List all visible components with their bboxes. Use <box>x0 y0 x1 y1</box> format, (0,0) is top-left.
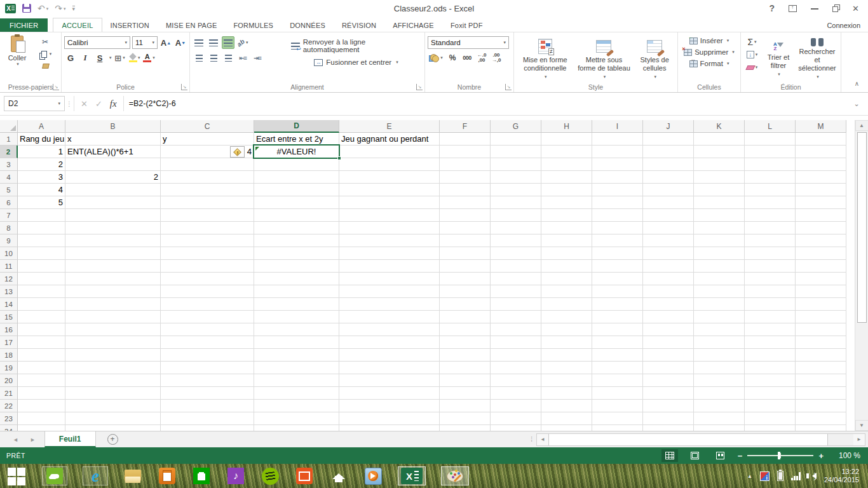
cell-D18[interactable] <box>254 349 339 362</box>
cell-D2[interactable]: #VALEUR! <box>254 146 339 158</box>
ribbon-display-options-icon[interactable] <box>789 5 797 12</box>
cell-J9[interactable] <box>643 234 694 247</box>
cell-K14[interactable] <box>694 298 745 311</box>
column-header-F[interactable]: F <box>440 120 491 133</box>
cell-I10[interactable] <box>592 247 643 260</box>
cell-E20[interactable] <box>339 374 440 387</box>
cell-J14[interactable] <box>643 298 694 311</box>
cell-G21[interactable] <box>491 387 541 400</box>
accounting-format-button[interactable]: ▾ <box>428 51 444 64</box>
cell-B8[interactable] <box>65 222 161 234</box>
cell-M3[interactable] <box>796 158 846 171</box>
cell-J11[interactable] <box>643 260 694 273</box>
cell-A3[interactable]: 2 <box>18 158 65 171</box>
collapse-ribbon-icon[interactable]: ∧ <box>855 80 859 87</box>
cell-M11[interactable] <box>796 260 846 273</box>
cell-H11[interactable] <box>541 260 592 273</box>
cell-F18[interactable] <box>440 349 491 362</box>
cell-C6[interactable] <box>161 196 254 209</box>
cell-A24[interactable] <box>18 425 65 431</box>
cell-L10[interactable] <box>745 247 796 260</box>
cell-I2[interactable] <box>592 146 643 158</box>
column-header-E[interactable]: E <box>339 120 440 133</box>
row-header-2[interactable]: 2 <box>0 146 18 158</box>
cell-B16[interactable] <box>65 323 161 336</box>
cell-J4[interactable] <box>643 171 694 184</box>
tab-accueil[interactable]: ACCUEIL <box>53 18 102 32</box>
cell-E19[interactable] <box>339 362 440 374</box>
cell-M7[interactable] <box>796 209 846 222</box>
cell-K3[interactable] <box>694 158 745 171</box>
row-header-24[interactable]: 24 <box>0 425 18 431</box>
cell-E12[interactable] <box>339 273 440 285</box>
cell-B19[interactable] <box>65 362 161 374</box>
number-format-select[interactable]: Standard▾ <box>428 36 509 49</box>
cell-A1[interactable]: Rang du jeu <box>18 133 65 146</box>
cell-K4[interactable] <box>694 171 745 184</box>
cell-L1[interactable] <box>745 133 796 146</box>
cell-B24[interactable] <box>65 425 161 431</box>
cell-F14[interactable] <box>440 298 491 311</box>
cell-J13[interactable] <box>643 285 694 298</box>
cell-K19[interactable] <box>694 362 745 374</box>
tab-affichage[interactable]: AFFICHAGE <box>384 18 442 32</box>
cell-D24[interactable] <box>254 425 339 431</box>
cell-A4[interactable]: 3 <box>18 171 65 184</box>
cell-J19[interactable] <box>643 362 694 374</box>
cell-B10[interactable] <box>65 247 161 260</box>
sort-filter-button[interactable]: AZ Trier et filtrer▾ <box>761 34 796 81</box>
new-sheet-button[interactable]: + <box>107 434 118 445</box>
bold-button[interactable]: G <box>64 51 77 64</box>
cell-G22[interactable] <box>491 400 541 412</box>
cell-D9[interactable] <box>254 234 339 247</box>
document-app-icon[interactable] <box>158 466 177 485</box>
cell-F19[interactable] <box>440 362 491 374</box>
cell-C8[interactable] <box>161 222 254 234</box>
cell-K6[interactable] <box>694 196 745 209</box>
increase-decimal-button[interactable]: ←.0 ,00 <box>475 51 488 64</box>
cell-H7[interactable] <box>541 209 592 222</box>
cell-C10[interactable] <box>161 247 254 260</box>
tab-mise-en-page[interactable]: MISE EN PAGE <box>158 18 225 32</box>
cell-G11[interactable] <box>491 260 541 273</box>
start-button[interactable] <box>5 466 27 485</box>
horizontal-scrollbar[interactable]: ◄ ► <box>536 433 865 446</box>
cell-L12[interactable] <box>745 273 796 285</box>
cell-F6[interactable] <box>440 196 491 209</box>
cell-I23[interactable] <box>592 412 643 425</box>
cell-A21[interactable] <box>18 387 65 400</box>
alignment-dialog-launcher[interactable]: ↘ <box>416 84 423 90</box>
cell-D21[interactable] <box>254 387 339 400</box>
zoom-level[interactable]: 100 % <box>832 451 860 460</box>
cell-K18[interactable] <box>694 349 745 362</box>
scroll-down-icon[interactable]: ▼ <box>855 420 868 431</box>
cell-E24[interactable] <box>339 425 440 431</box>
cell-E18[interactable] <box>339 349 440 362</box>
cell-J17[interactable] <box>643 336 694 349</box>
cell-G5[interactable] <box>491 184 541 196</box>
row-header-4[interactable]: 4 <box>0 171 18 184</box>
underline-button[interactable]: S <box>93 51 106 64</box>
cell-C9[interactable] <box>161 234 254 247</box>
cell-M2[interactable] <box>796 146 846 158</box>
battery-icon[interactable] <box>777 471 783 481</box>
cell-F9[interactable] <box>440 234 491 247</box>
cell-C12[interactable] <box>161 273 254 285</box>
cell-K13[interactable] <box>694 285 745 298</box>
internet-explorer-icon[interactable] <box>83 466 108 485</box>
cell-A20[interactable] <box>18 374 65 387</box>
cell-L8[interactable] <box>745 222 796 234</box>
home-icon[interactable] <box>329 466 348 485</box>
cell-A13[interactable] <box>18 285 65 298</box>
cell-L16[interactable] <box>745 323 796 336</box>
cell-G6[interactable] <box>491 196 541 209</box>
row-header-14[interactable]: 14 <box>0 298 18 311</box>
error-options-button[interactable] <box>230 146 245 158</box>
cell-G14[interactable] <box>491 298 541 311</box>
cell-B14[interactable] <box>65 298 161 311</box>
tab-formules[interactable]: FORMULES <box>225 18 281 32</box>
cell-M14[interactable] <box>796 298 846 311</box>
cell-M20[interactable] <box>796 374 846 387</box>
cell-L22[interactable] <box>745 400 796 412</box>
cell-F13[interactable] <box>440 285 491 298</box>
